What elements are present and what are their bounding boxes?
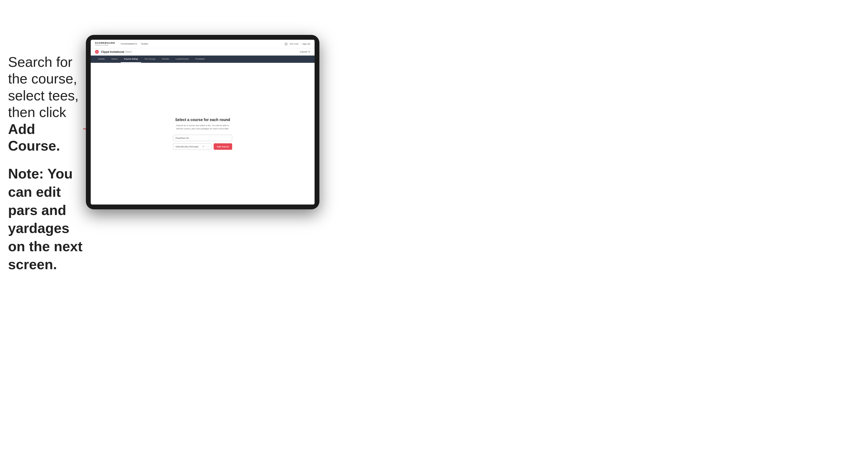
tournament-gender: (Men) (125, 51, 132, 53)
cancel-icon: ✕ (308, 51, 310, 53)
tab-printables[interactable]: Printables (192, 56, 208, 63)
add-course-button[interactable]: Add Course (214, 143, 232, 150)
tee-select-dropdown[interactable]: Gold (M) (M) (7010 yds) ✕ ⌃⌄ (173, 143, 212, 150)
nav-tournaments[interactable]: TOURNAMENTS (121, 43, 137, 45)
tab-tee-groups[interactable]: Tee Groups (141, 56, 159, 63)
main-content: Select a course for each round Search fo… (91, 63, 315, 205)
tab-course-setup[interactable]: Course Setup (121, 56, 141, 63)
tab-teams[interactable]: Teams (108, 56, 121, 63)
tee-clear-icon[interactable]: ✕ (203, 145, 205, 148)
tablet-device: SCOREBOARD Powered by clippd TOURNAMENTS… (86, 35, 319, 209)
nav-right: U Test User | Sign out (284, 42, 310, 46)
sign-out-link[interactable]: Sign out (303, 43, 310, 45)
nav-links: TOURNAMENTS TEAMS (121, 43, 284, 45)
annotation-text-1: Search for the course, select tees, then… (8, 54, 89, 154)
top-nav: SCOREBOARD Powered by clippd TOURNAMENTS… (91, 40, 315, 48)
left-annotation: Search for the course, select tees, then… (8, 54, 89, 274)
tab-results[interactable]: Results (159, 56, 172, 63)
course-search-input[interactable] (173, 135, 232, 141)
cancel-button[interactable]: Cancel ✕ (300, 51, 310, 53)
tab-details[interactable]: Details (95, 56, 108, 63)
tee-select-value: Gold (M) (M) (7010 yds) (176, 146, 198, 148)
brand-logo: SCOREBOARD Powered by clippd (95, 42, 115, 46)
brand-subtitle: Powered by clippd (95, 44, 115, 46)
cancel-label: Cancel (300, 51, 307, 53)
tee-chevrons-icon[interactable]: ⌃⌄ (205, 146, 209, 148)
tee-select-controls: ✕ ⌃⌄ (203, 145, 209, 148)
annotation-note: Note: You can edit pars and yardages on … (8, 165, 89, 274)
tee-select-row: Gold (M) (M) (7010 yds) ✕ ⌃⌄ Add Course (173, 143, 232, 150)
nav-teams[interactable]: TEAMS (141, 43, 148, 45)
tab-leaderboards[interactable]: Leaderboards (172, 56, 192, 63)
tournament-icon: C (95, 50, 99, 54)
tournament-header: C Clippd Invitational (Men) Cancel ✕ (91, 48, 315, 56)
user-label: Test User (289, 43, 299, 45)
annotation-bold: Add Course. (8, 121, 60, 154)
tablet-screen: SCOREBOARD Powered by clippd TOURNAMENTS… (91, 40, 315, 205)
user-avatar: U (284, 42, 288, 46)
tab-bar: Details Teams Course Setup Tee Groups Re… (91, 56, 315, 63)
select-course-title: Select a course for each round (175, 118, 230, 122)
select-course-description: Search for a course and select a tee. Yo… (176, 124, 229, 130)
nav-separator: | (300, 43, 301, 45)
tournament-name: Clippd Invitational (101, 51, 124, 54)
brand-title: SCOREBOARD (95, 42, 115, 44)
